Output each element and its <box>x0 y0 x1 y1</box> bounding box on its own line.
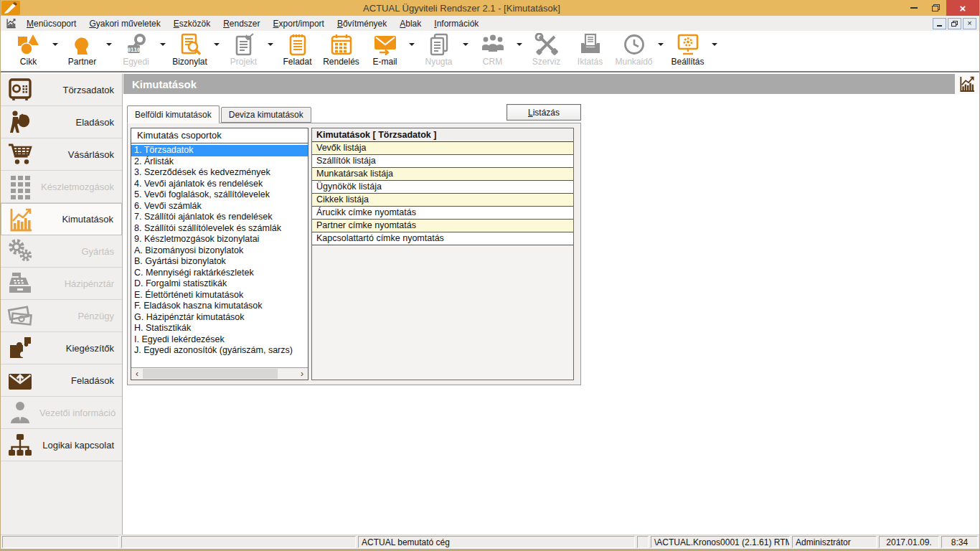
window-controls: × <box>903 0 979 16</box>
reports-rows: Vevők listájaSzállítók listájaMunkatársa… <box>312 142 573 245</box>
status-empty-2 <box>121 536 356 548</box>
close-button[interactable]: × <box>946 0 979 16</box>
reports-header: Kimutatások [ Törzsadatok ] <box>312 128 573 142</box>
toolbar-item-label: Feladat <box>283 57 311 67</box>
horizontal-scrollbar[interactable]: ‹ › <box>131 367 308 380</box>
report-row[interactable]: Munkatársak listája <box>312 168 573 181</box>
safe-icon <box>1 77 39 103</box>
restore-button[interactable] <box>925 0 946 16</box>
group-list-item[interactable]: J. Egyedi azonosítók (gyáriszám, sarzs) <box>131 345 308 357</box>
toolbar-item-szerviz: Szerviz <box>524 33 568 67</box>
sidebar-item-logikai-kapcsolat[interactable]: Logikai kapcsolat <box>1 429 122 461</box>
group-list-item[interactable]: I. Egyedi lekérdezések <box>131 334 308 346</box>
mdi-close-button[interactable]: × <box>963 18 976 29</box>
sidebar-item-kieg-sz-t-k[interactable]: Kiegészítők <box>1 332 122 364</box>
report-row[interactable]: Árucikk címke nyomtatás <box>312 207 573 220</box>
dropdown-arrow-icon[interactable] <box>407 33 417 56</box>
toolbar-item-bizonylat[interactable]: Bizonylat <box>168 33 222 67</box>
mdi-restore-button[interactable] <box>948 18 961 29</box>
scroll-left-icon[interactable]: ‹ <box>131 369 143 379</box>
sidebar-item-felad-sok[interactable]: Feladások <box>1 364 122 397</box>
group-list-item[interactable]: F. Eladások haszna kimutatások <box>131 301 308 312</box>
group-list-item[interactable]: B. Gyártási bizonylatok <box>131 256 308 268</box>
dropdown-arrow-icon[interactable] <box>104 33 114 56</box>
person-icon <box>1 400 39 425</box>
group-list-item[interactable]: 3. Szerződések és kedvezmények <box>131 167 308 179</box>
page-title: Kimutatások <box>132 78 197 90</box>
group-list-item[interactable]: 8. Szállítói szállítólevelek és számlák <box>131 223 308 235</box>
sidebar-item-label: Feladások <box>39 375 122 386</box>
toolbar-item-label: Cikk <box>20 57 37 67</box>
menu-item-export-import[interactable]: Export/import <box>267 17 331 31</box>
dropdown-arrow-icon[interactable] <box>50 33 60 56</box>
notepad-icon <box>286 33 310 56</box>
report-row[interactable]: Cikkek listája <box>312 194 573 207</box>
envelope-icon <box>373 33 397 56</box>
envelope-up-icon <box>1 367 39 393</box>
shapes-icon <box>17 33 41 56</box>
group-list-item[interactable]: H. Statisztikák <box>131 323 308 334</box>
report-groups-header: Kimutatás csoportok <box>131 128 308 143</box>
toolbar-item-label: Rendelés <box>323 57 359 67</box>
report-row[interactable]: Ügynökök listája <box>312 181 573 194</box>
group-list-item[interactable]: 6. Vevői számlák <box>131 201 308 212</box>
menu-item-inform-ci-k[interactable]: Információk <box>428 17 485 31</box>
dropdown-arrow-icon[interactable] <box>710 33 720 56</box>
sidebar-item-label: Vezetői információ <box>39 408 123 418</box>
group-list-item[interactable]: A. Bizományosi bizonylatok <box>131 245 308 257</box>
menu-item-gyakori-m-veletek[interactable]: Gyakori műveletek <box>83 17 166 31</box>
sidebar-item-v-s-rl-sok[interactable]: Vásárlások <box>1 138 122 171</box>
group-list-item[interactable]: C. Mennyiségi raktárkészletek <box>131 268 308 279</box>
menu-item-rendszer[interactable]: Rendszer <box>217 17 266 31</box>
group-list-item[interactable]: 9. Készletmozgások bizonylatai <box>131 234 308 245</box>
menu-item-b-v-tm-nyek[interactable]: Bővítmények <box>331 17 393 31</box>
toolbar-item-rendel-s[interactable]: Rendelés <box>319 33 363 67</box>
scrollbar-thumb[interactable] <box>143 369 278 379</box>
toolbar-item-label: Iktatás <box>578 57 603 67</box>
group-list-item[interactable]: 7. Szállítói ajánlatok és rendelések <box>131 212 308 223</box>
toolbar-item-crm: CRM <box>471 33 524 67</box>
report-row[interactable]: Kapcsolattartó címke nyomtatás <box>312 232 573 245</box>
toolbar-item-label: Egyedi <box>123 57 149 67</box>
minimize-button[interactable] <box>903 0 925 16</box>
report-row[interactable]: Partner címke nyomtatás <box>312 220 573 232</box>
settings-monitor-icon <box>676 33 700 56</box>
toolbar-item-cikk[interactable]: Cikk <box>6 33 60 67</box>
tab-belf-ldi-kimutat-sok[interactable]: Belföldi kimutatások <box>127 105 220 123</box>
sidebar-item-t-rzsadatok[interactable]: Törzsadatok <box>1 74 122 106</box>
sidebar-item-label: Vásárlások <box>39 149 122 160</box>
puzzle-icon <box>1 335 39 361</box>
dropdown-arrow-icon[interactable] <box>212 33 222 56</box>
window-title: ACTUAL Ügyviteli Rendszer 2.1 - [Kimutat… <box>20 3 903 14</box>
mdi-minimize-button[interactable] <box>933 18 946 29</box>
menu-item-ablak[interactable]: Ablak <box>393 17 428 31</box>
title-bar: ACTUAL Ügyviteli Rendszer 2.1 - [Kimutat… <box>1 0 979 16</box>
listazas-button[interactable]: Listázás <box>507 104 581 121</box>
tab-deviza-kimutat-sok[interactable]: Deviza kimutatások <box>221 107 311 123</box>
group-list-item[interactable]: D. Forgalmi statisztikák <box>131 278 308 290</box>
report-row[interactable]: Vevők listája <box>312 142 573 155</box>
menu-item-men-csoport[interactable]: Menücsoport <box>20 17 83 31</box>
group-list-item[interactable]: 4. Vevői ajánlatok és rendelések <box>131 179 308 190</box>
group-list-item[interactable]: E. Élettörténeti kimutatások <box>131 290 308 301</box>
toolbar-item-be-ll-t-s[interactable]: Beállítás <box>666 33 720 67</box>
gears-icon <box>1 238 39 264</box>
status-user: Adminisztrátor <box>792 536 877 548</box>
toolbar-item-e-mail[interactable]: E-mail <box>363 33 417 67</box>
toolbar-item-feladat[interactable]: Feladat <box>275 33 319 67</box>
status-database: \ACTUAL.Kronos0001 (2.1.61) RTM <box>651 536 790 548</box>
app-window: ACTUAL Ügyviteli Rendszer 2.1 - [Kimutat… <box>0 0 980 551</box>
sidebar-item-kimutat-sok[interactable]: Kimutatások <box>1 203 122 235</box>
toolbar-item-partner[interactable]: Partner <box>60 33 114 67</box>
sidebar-item-elad-sok[interactable]: Eladások <box>1 106 122 138</box>
sidebar-item-label: Pénzügy <box>39 311 122 321</box>
report-row[interactable]: Szállítók listája <box>312 155 573 168</box>
sidebar-item-label: Házipénztár <box>39 278 122 289</box>
sidebar: TörzsadatokEladásokVásárlásokKészletmozg… <box>1 74 123 534</box>
group-list-item[interactable]: 5. Vevői foglalások, szállítólevelek <box>131 189 308 201</box>
group-list-item[interactable]: 1. Törzsadatok <box>131 145 308 156</box>
scroll-right-icon[interactable]: › <box>296 369 308 379</box>
group-list-item[interactable]: G. Házipénztár kimutatások <box>131 312 308 324</box>
group-list-item[interactable]: 2. Árlisták <box>131 156 308 168</box>
menu-item-eszk-z-k[interactable]: Eszközök <box>167 17 217 31</box>
